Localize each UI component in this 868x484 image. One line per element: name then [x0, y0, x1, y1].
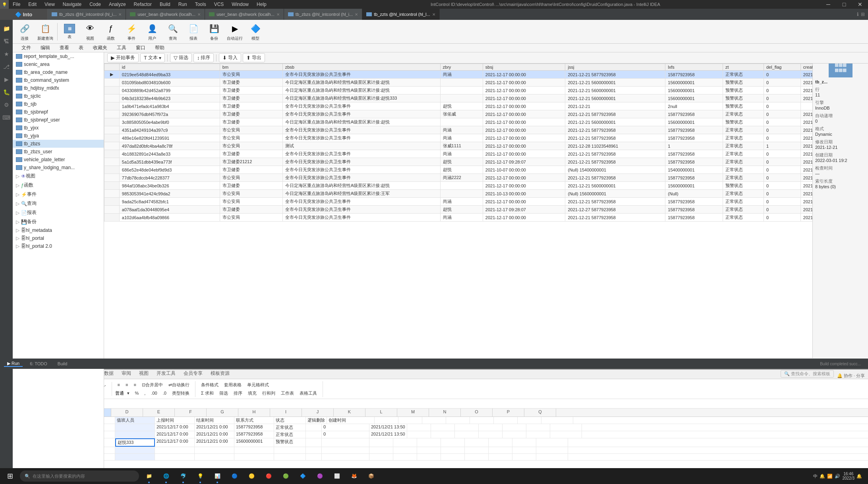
sidebar-item-hl-portal-2[interactable]: ▷ 🗄 hl_portal 2.0: [13, 242, 104, 250]
cell-zbsb[interactable]: 全市今日无突发涉旅公共卫生事件: [282, 214, 440, 222]
cell-jssj[interactable]: 2021-12-21 5877923958: [565, 214, 665, 222]
cell-lxfs[interactable]: 15400000001: [665, 166, 723, 174]
cell-del-flag[interactable]: 0: [764, 174, 800, 182]
idea-structure-icon[interactable]: 🏗: [2, 37, 11, 46]
cell-id[interactable]: 1a9b471efadc41a983b4: [119, 102, 220, 110]
excel-tab-view[interactable]: 视图: [135, 369, 153, 379]
cell-zbsb[interactable]: 全市今日无突发涉旅公共卫生事件: [282, 166, 440, 174]
cell-bm[interactable]: 市公安局: [220, 142, 282, 150]
excel-cell-r1-c13[interactable]: [446, 417, 470, 424]
cell-del-flag[interactable]: 0: [764, 94, 800, 102]
excel-cell-r6-c9[interactable]: [322, 454, 369, 460]
table-row[interactable]: 3c885805050e4abe9bf0 市卫健委 今日定海区重点旅游岛屿和经营…: [104, 118, 868, 126]
idea-run-icon[interactable]: ▶: [2, 75, 11, 84]
cell-id[interactable]: 497da82d0bfc4ba4a8c78f: [119, 142, 220, 150]
excel-cell-r1-c17[interactable]: [541, 417, 573, 424]
cell-zbsb[interactable]: 全市今日无突发涉旅公共卫生事件: [282, 150, 440, 158]
cell-jssj[interactable]: 2021-12-21 5877923958: [565, 110, 665, 118]
nav-menu-file[interactable]: 文件: [17, 44, 36, 52]
sidebar-item-views[interactable]: ▷ 👁 视图: [13, 172, 104, 181]
excel-cell-r3-c13[interactable]: [455, 431, 479, 438]
cell-id[interactable]: 392369076dbf457f972a: [119, 110, 220, 118]
btn-table-style[interactable]: 套用表格: [222, 381, 244, 389]
col-header-zbsb[interactable]: zbsb: [282, 64, 440, 71]
cell-del-flag[interactable]: 0: [764, 118, 800, 126]
cell-id[interactable]: 9853053941e424c99da2: [119, 190, 220, 198]
col-header-jssj[interactable]: jssj: [565, 64, 665, 71]
excel-cell-r5-c7[interactable]: [274, 447, 306, 453]
cell-jssj[interactable]: 2021-12-21 5600000001: [565, 182, 665, 190]
cell-zbry[interactable]: 尚涵: [440, 134, 483, 142]
cell-del-flag[interactable]: 0: [764, 150, 800, 158]
idea-settings-icon[interactable]: ⚙: [2, 100, 11, 110]
menu-file[interactable]: File: [9, 1, 24, 8]
cell-zt[interactable]: 预警状态: [723, 182, 764, 190]
cell-del-flag[interactable]: 0: [764, 214, 800, 222]
menu-run[interactable]: Run: [174, 1, 191, 8]
taskbar-app-10[interactable]: 🔷: [295, 468, 311, 484]
cell-zbry[interactable]: 尚涵: [440, 198, 483, 206]
excel-cell-r5-c8[interactable]: [306, 447, 322, 453]
nav-menu-tools[interactable]: 工具: [112, 44, 131, 52]
sidebar-item-yshare[interactable]: y_share_lodging_man...: [13, 164, 104, 172]
cell-del-flag[interactable]: 0: [764, 190, 800, 198]
btn-align-right[interactable]: ≡: [131, 381, 138, 389]
excel-search-box[interactable]: 🔍 查找命令、搜索模板: [781, 370, 834, 378]
menu-edit[interactable]: Edit: [24, 1, 41, 8]
col-F[interactable]: F: [175, 409, 207, 417]
cell-zt[interactable]: 正常状态: [723, 206, 764, 214]
btn-text[interactable]: T 文本 ▾: [140, 53, 165, 62]
cell-zt[interactable]: 正常状态: [723, 142, 764, 150]
excel-cell-r6-c12[interactable]: [417, 454, 441, 460]
cell-jssj[interactable]: 2021-12-21 5877923958: [565, 71, 665, 79]
cell-jssj[interactable]: 2021-12-21: [565, 102, 665, 110]
excel-cell-r3-c6[interactable]: 15877923958: [234, 431, 274, 438]
excel-cell-r2-c7[interactable]: 正常状态: [274, 424, 306, 431]
cell-zbsb[interactable]: 测试: [282, 142, 440, 150]
menu-window[interactable]: Window: [228, 1, 253, 8]
cell-del-flag[interactable]: 0: [764, 79, 800, 87]
cell-zbsb[interactable]: 全市今日无突发涉旅公共卫生事件: [282, 174, 440, 182]
col-I[interactable]: I: [270, 409, 302, 417]
btn-row-col[interactable]: 行和列: [260, 390, 278, 397]
excel-cell-r5-c9[interactable]: [322, 447, 369, 453]
cell-bm[interactable]: 市卫健委: [220, 118, 282, 126]
tab-3[interactable]: user_bean @shwork (localh... ✕: [205, 9, 284, 20]
cell-zbry[interactable]: [440, 94, 483, 102]
col-G[interactable]: G: [207, 409, 238, 417]
col-header-lxfs[interactable]: lxfs: [665, 64, 723, 71]
cell-bm[interactable]: 市卫健委: [220, 79, 282, 87]
cell-zbry[interactable]: [440, 79, 483, 87]
cell-bm[interactable]: 市公安局: [220, 134, 282, 142]
btn-wrap[interactable]: ⇌自动换行: [166, 381, 192, 389]
excel-tab-templates[interactable]: 模板资源: [207, 369, 234, 379]
excel-cell-r4-c11[interactable]: [393, 438, 417, 447]
excel-cell-r1-c16[interactable]: [518, 417, 541, 424]
cell-zbsb[interactable]: 全市今日无突发涉旅公共卫生事件: [282, 134, 440, 142]
close-button[interactable]: ✕: [852, 0, 868, 9]
sidebar-item-events[interactable]: ▷ ⚡ 事件: [13, 190, 104, 199]
excel-cell-r5-c11[interactable]: [393, 447, 417, 453]
excel-cell-r4-c14[interactable]: [465, 438, 489, 447]
menu-view[interactable]: View: [41, 1, 59, 8]
table-row[interactable]: 04b3d183238e44b9b623 市卫健委 今日定海区重点旅游岛屿和经营…: [104, 94, 868, 102]
excel-cell-r4-c9[interactable]: [322, 438, 369, 447]
table-row[interactable]: 4b18832891e2443a8e33 市卫健委 全市今日无突发涉旅公共卫生事…: [104, 150, 868, 158]
table-row[interactable]: 489e16e820fd41239591 市公安局 全市今日无突发涉旅公共卫生事…: [104, 134, 868, 142]
bottom-tab-todo[interactable]: 6: TODO: [27, 361, 50, 366]
cell-bm[interactable]: 市公安局: [220, 71, 282, 79]
tab-close-2[interactable]: ✕: [197, 12, 201, 17]
toolbar-autorun[interactable]: ▶ 自动运行: [225, 21, 245, 42]
btn-table-tools[interactable]: 表格工具: [297, 390, 319, 397]
excel-cell-r3-c14[interactable]: [479, 431, 503, 438]
taskbar-app-3[interactable]: 🐬: [175, 468, 191, 484]
toolbar-table[interactable]: ▦ 表: [60, 21, 79, 42]
toolbar-event[interactable]: ⚡ 事件: [122, 21, 141, 42]
cell-zbsb[interactable]: 全市今日无突发涉旅公共卫生事件: [282, 110, 440, 118]
table-row[interactable]: a078aaf1da30448095e4 市卫健委 全市今日无突发涉旅公共卫生事…: [104, 206, 868, 214]
cell-zt[interactable]: 正常状态: [723, 214, 764, 222]
taskbar-app-12[interactable]: ⬜: [329, 468, 345, 484]
menu-code[interactable]: Code: [85, 1, 105, 8]
excel-cell-r6-c8[interactable]: [306, 454, 322, 460]
cell-del-flag[interactable]: 0: [764, 87, 800, 94]
